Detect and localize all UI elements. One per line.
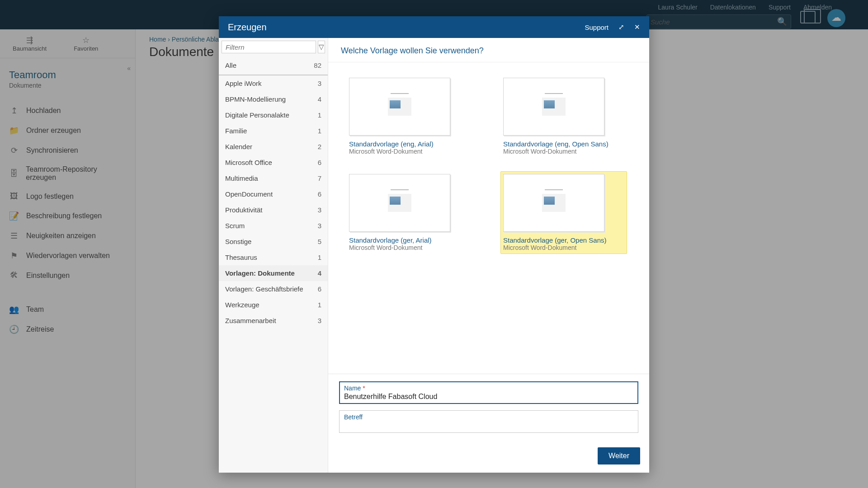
template-card[interactable]: Standardvorlage (eng, Open Sans)Microsof… xyxy=(500,75,627,158)
category-count: 7 xyxy=(318,174,321,182)
category-label: BPMN-Modellierung xyxy=(225,95,286,103)
category-row[interactable]: Multimedia7 xyxy=(219,170,328,186)
category-count: 2 xyxy=(318,143,321,150)
template-type: Microsoft Word-Dokument xyxy=(503,244,624,251)
name-label: Name xyxy=(344,385,361,392)
category-row[interactable]: Kalender2 xyxy=(219,139,328,155)
template-panel: Welche Vorlage wollen Sie verwenden? Sta… xyxy=(328,38,649,473)
category-count: 3 xyxy=(318,206,321,214)
category-row[interactable]: Produktivität3 xyxy=(219,202,328,218)
category-label: Produktivität xyxy=(225,206,263,214)
category-label: Kalender xyxy=(225,143,252,150)
template-thumb xyxy=(349,78,450,136)
name-input[interactable] xyxy=(344,393,633,401)
category-label: Werkzeuge xyxy=(225,301,259,309)
template-grid: Standardvorlage (eng, Arial)Microsoft Wo… xyxy=(328,62,649,374)
template-thumb xyxy=(503,78,604,136)
required-marker: * xyxy=(363,385,365,392)
template-name: Standardvorlage (ger, Arial) xyxy=(349,236,470,244)
category-panel: ▽ Alle 82 Apple iWork3BPMN-Modellierung4… xyxy=(219,38,328,473)
category-all-count: 82 xyxy=(314,61,321,69)
betreff-label: Betreff xyxy=(344,413,363,421)
category-count: 1 xyxy=(318,127,321,135)
category-label: Zusammenarbeit xyxy=(225,317,276,324)
category-label: Digitale Personalakte xyxy=(225,111,289,119)
template-card[interactable]: Standardvorlage (eng, Arial)Microsoft Wo… xyxy=(346,75,473,158)
category-label: OpenDocument xyxy=(225,190,273,198)
category-label: Scrum xyxy=(225,222,245,230)
category-label: Familie xyxy=(225,127,247,135)
category-count: 4 xyxy=(318,95,321,103)
category-row[interactable]: Zusammenarbeit3 xyxy=(219,313,328,328)
name-field[interactable]: Name * xyxy=(339,381,638,404)
category-label: Vorlagen: Geschäftsbriefe xyxy=(225,285,303,293)
category-label: Microsoft Office xyxy=(225,159,272,166)
template-thumb xyxy=(349,174,450,232)
category-row[interactable]: Familie1 xyxy=(219,123,328,139)
template-name: Standardvorlage (ger, Open Sans) xyxy=(503,236,624,244)
category-label: Vorlagen: Dokumente xyxy=(225,269,295,277)
category-all[interactable]: Alle 82 xyxy=(219,56,328,75)
category-count: 4 xyxy=(318,269,321,277)
category-row[interactable]: Werkzeuge1 xyxy=(219,297,328,313)
modal-overlay[interactable]: Erzeugen Support ⤢ ✕ ▽ Alle 82 Apple iWo… xyxy=(0,0,868,488)
modal-title: Erzeugen xyxy=(228,22,267,33)
form-panel: Name * Betreff xyxy=(328,374,649,443)
category-row[interactable]: Digitale Personalakte1 xyxy=(219,107,328,123)
category-all-label: Alle xyxy=(225,61,236,69)
modal-header: Erzeugen Support ⤢ ✕ xyxy=(219,16,649,38)
close-icon[interactable]: ✕ xyxy=(634,23,640,31)
category-row[interactable]: Vorlagen: Dokumente4 xyxy=(219,265,328,281)
category-label: Multimedia xyxy=(225,174,258,182)
template-type: Microsoft Word-Dokument xyxy=(349,244,470,251)
betreff-field[interactable]: Betreff xyxy=(339,410,638,433)
category-count: 3 xyxy=(318,317,321,324)
category-row[interactable]: Thesaurus1 xyxy=(219,249,328,265)
expand-icon[interactable]: ⤢ xyxy=(618,23,624,31)
category-count: 3 xyxy=(318,222,321,230)
filter-icon[interactable]: ▽ xyxy=(318,41,325,53)
category-row[interactable]: Scrum3 xyxy=(219,218,328,234)
category-row[interactable]: Apple iWork3 xyxy=(219,75,328,91)
category-count: 1 xyxy=(318,111,321,119)
category-row[interactable]: Microsoft Office6 xyxy=(219,155,328,170)
template-type: Microsoft Word-Dokument xyxy=(503,148,624,155)
category-row[interactable]: BPMN-Modellierung4 xyxy=(219,91,328,107)
next-button[interactable]: Weiter xyxy=(598,447,640,465)
category-row[interactable]: Vorlagen: Geschäftsbriefe6 xyxy=(219,281,328,297)
category-row[interactable]: OpenDocument6 xyxy=(219,186,328,202)
category-label: Thesaurus xyxy=(225,253,257,261)
template-type: Microsoft Word-Dokument xyxy=(349,148,470,155)
category-count: 5 xyxy=(318,238,321,245)
template-name: Standardvorlage (eng, Arial) xyxy=(349,140,470,148)
template-question: Welche Vorlage wollen Sie verwenden? xyxy=(328,38,649,62)
template-card[interactable]: Standardvorlage (ger, Arial)Microsoft Wo… xyxy=(346,171,473,254)
category-count: 6 xyxy=(318,159,321,166)
betreff-input[interactable] xyxy=(344,422,633,430)
category-filter-input[interactable] xyxy=(222,41,316,53)
modal-support[interactable]: Support xyxy=(585,23,609,31)
create-modal: Erzeugen Support ⤢ ✕ ▽ Alle 82 Apple iWo… xyxy=(219,16,649,473)
template-name: Standardvorlage (eng, Open Sans) xyxy=(503,140,624,148)
category-count: 6 xyxy=(318,190,321,198)
category-count: 1 xyxy=(318,253,321,261)
template-card[interactable]: Standardvorlage (ger, Open Sans)Microsof… xyxy=(500,171,627,254)
category-label: Apple iWork xyxy=(225,80,262,87)
template-thumb xyxy=(503,174,604,232)
category-count: 3 xyxy=(318,80,321,87)
category-label: Sonstige xyxy=(225,238,251,245)
category-count: 1 xyxy=(318,301,321,309)
category-count: 6 xyxy=(318,285,321,293)
category-row[interactable]: Sonstige5 xyxy=(219,234,328,249)
